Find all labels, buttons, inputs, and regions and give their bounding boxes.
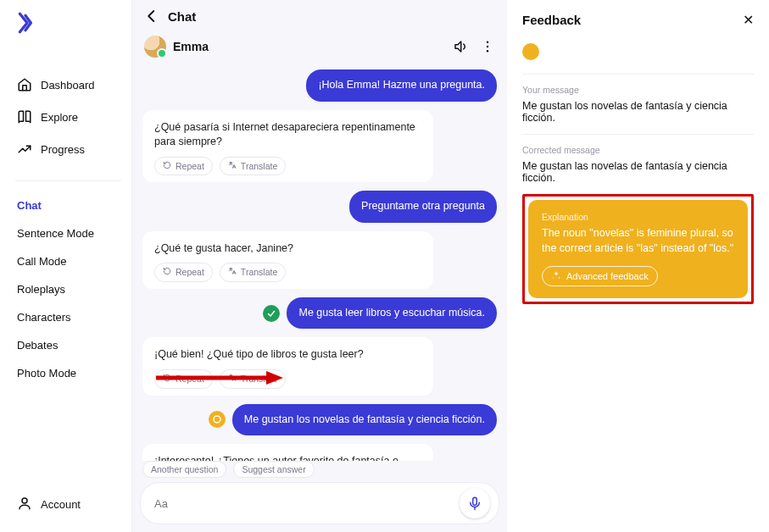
messages: ¡Hola Emma! Hazme una pregunta. ¿Qué pas… [132,69,507,461]
nav-call-mode[interactable]: Call Mode [15,249,121,274]
bubble-ai[interactable]: ¡Qué bien! ¿Qué tipo de libros te gusta … [142,337,433,395]
svg-point-2 [487,42,488,43]
your-message-block: Your message Me gustan los novelas de fa… [522,85,754,124]
svg-marker-1 [455,42,461,52]
advanced-feedback-button[interactable]: Advanced feedback [542,266,658,286]
more-menu-button[interactable] [480,39,495,54]
message-ai: ¿Qué te gusta hacer, Janine? Repeat Tran… [142,231,497,289]
svg-point-5 [214,416,220,423]
back-button[interactable] [144,8,159,24]
translate-button[interactable]: Translate [220,263,286,282]
bubble-text: ¿Qué pasaría si Internet desapareciera r… [154,120,421,150]
nav-label: Explore [41,111,78,124]
message-input[interactable] [149,490,453,517]
nav-characters[interactable]: Characters [15,305,121,330]
bubble-user[interactable]: Me gusta leer libros y escuchar música. [287,297,497,330]
nav-photo-mode[interactable]: Photo Mode [15,361,121,385]
status-ok-icon[interactable] [263,305,280,322]
nav-sentence-mode[interactable]: Sentence Mode [15,221,121,246]
composer [141,483,499,524]
nav-label: Call Mode [17,255,67,268]
feedback-panel: Feedback ✕ Your message Me gustan los no… [507,0,769,532]
nav-roleplays[interactable]: Roleplays [15,277,121,302]
corrected-label: Corrected message [522,145,754,155]
nav-label: Roleplays [17,283,65,296]
nav-progress[interactable]: Progress [15,135,121,163]
nav-label: Chat [17,199,42,212]
translate-icon [228,373,237,385]
svg-point-3 [487,46,488,47]
svg-rect-8 [473,497,477,505]
bubble-user[interactable]: Preguntame otra pregunta [349,191,497,223]
another-question-button[interactable]: Another question [142,461,226,478]
avatar [144,36,166,58]
bubble-user[interactable]: ¡Hola Emma! Hazme una pregunta. [306,69,497,102]
bubble-ai[interactable]: ¿Qué pasaría si Internet desapareciera r… [142,110,433,183]
svg-point-4 [487,50,488,52]
nav-label: Dashboard [41,79,95,91]
your-message-label: Your message [522,85,754,95]
annotation-highlight: Explanation The noun "novelas" is femini… [522,194,754,304]
nav-label: Characters [17,311,71,324]
nav-label: Photo Mode [17,367,76,380]
status-warn-icon[interactable] [209,411,226,428]
close-button[interactable]: ✕ [743,12,754,28]
nav-debates[interactable]: Debates [15,333,121,357]
corrected-message-block: Corrected message Me gustan las novelas … [522,145,754,184]
repeat-button[interactable]: Repeat [154,263,213,282]
person-icon [17,496,32,513]
bubble-ai[interactable]: ¿Qué te gusta hacer, Janine? Repeat Tran… [142,231,433,289]
nav-chat[interactable]: Chat [15,193,121,218]
repeat-icon [163,160,171,173]
persona-name: Emma [173,40,209,53]
mic-button[interactable] [460,488,490,518]
message-user: Me gusta leer libros y escuchar música. [142,297,497,330]
nav-primary: Dashboard Explore Progress [15,70,121,163]
repeat-icon [163,266,171,279]
message-user: ¡Hola Emma! Hazme una pregunta. [142,69,497,102]
audio-button[interactable] [453,39,468,54]
nav-label: Debates [17,339,58,352]
nav-account[interactable]: Account [15,489,121,520]
bubble-user[interactable]: Me gustan los novelas de fantasía y cien… [232,404,497,436]
chat-panel: Chat Emma ¡Hola Emma! Hazme una pregunta… [132,0,507,532]
feedback-status-icon [522,43,539,60]
trend-icon [17,141,32,157]
feedback-title: Feedback [522,13,581,27]
bubble-text: ¿Qué te gusta hacer, Janine? [154,241,421,257]
your-message-text: Me gustan los novelas de fantasía y cien… [522,100,754,124]
translate-icon [228,160,237,173]
corrected-text: Me gustan las novelas de fantasía y cien… [522,160,754,184]
svg-point-11 [553,278,554,279]
translate-button[interactable]: Translate [220,369,286,389]
message-user: Preguntame otra pregunta [142,191,497,223]
chat-persona: Emma [132,30,507,69]
svg-point-0 [22,498,27,503]
translate-button[interactable]: Translate [220,157,286,176]
message-user: Me gustan los novelas de fantasía y cien… [142,404,497,436]
explanation-label: Explanation [542,212,734,222]
message-ai: ¡Interesante! ¿Tienes un autor favorito … [142,444,497,461]
repeat-icon [163,373,171,385]
nav-secondary: Chat Sentence Mode Call Mode Roleplays C… [15,193,121,385]
nav-dashboard[interactable]: Dashboard [15,70,121,99]
nav-divider [15,180,121,181]
sparkle-icon [551,270,561,282]
nav-explore[interactable]: Explore [15,103,121,131]
chat-title: Chat [168,9,196,24]
nav-label: Account [41,498,81,511]
book-icon [17,109,32,125]
suggest-answer-button[interactable]: Suggest answer [233,461,314,478]
explanation-card: Explanation The noun "novelas" is femini… [528,200,748,298]
divider [522,74,754,75]
svg-point-10 [559,278,560,280]
repeat-button[interactable]: Repeat [154,369,213,389]
nav-label: Progress [41,143,85,156]
message-ai: ¡Qué bien! ¿Qué tipo de libros te gusta … [142,337,497,395]
repeat-button[interactable]: Repeat [154,157,213,176]
suggestions: Another question Suggest answer [132,461,507,483]
nav-label: Sentence Mode [17,227,94,240]
bubble-ai[interactable]: ¡Interesante! ¿Tienes un autor favorito … [142,444,433,461]
app-logo [15,12,121,36]
bubble-text: ¡Interesante! ¿Tienes un autor favorito … [154,454,421,461]
